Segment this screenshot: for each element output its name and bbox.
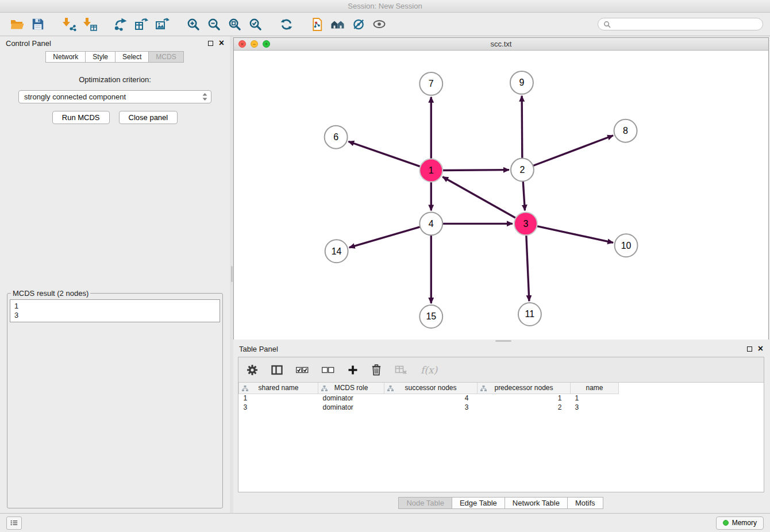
graph-node-3[interactable]: 3 — [514, 212, 537, 235]
zoom-in-button[interactable] — [183, 14, 203, 34]
tab-network-table[interactable]: Network Table — [505, 497, 568, 509]
tab-mcds[interactable]: MCDS — [148, 51, 183, 63]
graph-edge-1-2[interactable] — [442, 170, 509, 171]
cell-name: 1 — [571, 394, 619, 403]
network-from-document-button[interactable] — [307, 14, 328, 34]
network-window: scc.txt × − + 7968124314101511 — [233, 37, 769, 340]
mcds-result-list[interactable]: 1 3 — [10, 299, 220, 322]
maximize-window-icon[interactable]: + — [263, 40, 270, 48]
zoom-selected-button[interactable] — [245, 14, 265, 34]
graph-edge-4-14[interactable] — [349, 227, 420, 248]
network-analyzer-button[interactable] — [328, 14, 348, 34]
show-columns-button[interactable] — [271, 364, 283, 376]
search-input[interactable] — [614, 20, 757, 29]
table-row[interactable]: 3 dominator 3 2 3 — [239, 403, 764, 412]
import-network-from-file-button[interactable] — [59, 14, 79, 34]
export-image-icon — [155, 17, 170, 32]
float-panel-icon[interactable] — [208, 41, 213, 46]
close-panel-icon[interactable]: × — [219, 40, 224, 47]
show-graphics-details-button[interactable] — [369, 14, 390, 34]
tab-style[interactable]: Style — [85, 51, 116, 63]
svg-text:11: 11 — [525, 309, 535, 319]
column-header-mcds-role[interactable]: MCDS role — [318, 383, 384, 394]
tab-edge-table[interactable]: Edge Table — [452, 497, 505, 509]
column-header-shared-name[interactable]: shared name — [239, 383, 318, 394]
graph-node-7[interactable]: 7 — [419, 72, 442, 95]
graph-edge-1-6[interactable] — [348, 141, 420, 167]
column-header-successor-nodes[interactable]: successor nodes — [384, 383, 478, 394]
node-table-area: shared name MCDS role successor nodes — [238, 383, 764, 492]
graph-node-4[interactable]: 4 — [419, 212, 442, 235]
panel-splitter[interactable] — [230, 36, 233, 513]
svg-text:7: 7 — [429, 79, 434, 88]
svg-text:4: 4 — [429, 219, 434, 229]
open-file-button[interactable] — [7, 14, 28, 34]
select-stepper-icon — [202, 92, 208, 101]
graph-node-14[interactable]: 14 — [325, 240, 348, 263]
float-table-panel-icon[interactable] — [747, 346, 752, 352]
graph-node-11[interactable]: 11 — [518, 303, 541, 326]
select-all-button[interactable] — [296, 366, 309, 374]
zoom-out-button[interactable] — [203, 14, 224, 34]
zoom-out-icon — [207, 17, 221, 32]
tab-node-table[interactable]: Node Table — [398, 497, 452, 509]
close-panel-button[interactable]: Close panel — [119, 111, 178, 124]
tab-motifs[interactable]: Motifs — [567, 497, 603, 509]
cell-mcds-role: dominator — [318, 394, 384, 403]
gear-icon — [247, 364, 258, 376]
graph-node-15[interactable]: 15 — [419, 305, 442, 328]
graph-edge-2-3[interactable] — [523, 182, 525, 211]
svg-text:8: 8 — [623, 126, 628, 136]
save-session-button[interactable] — [28, 14, 48, 34]
zoom-fit-button[interactable] — [224, 14, 245, 34]
task-history-button[interactable] — [6, 516, 22, 530]
column-header-predecessor-nodes[interactable]: predecessor nodes — [478, 383, 571, 394]
graph-edge-2-9[interactable] — [522, 96, 522, 159]
criterion-select[interactable]: strongly connected component — [18, 90, 211, 103]
close-window-icon[interactable]: × — [238, 40, 246, 48]
tab-network[interactable]: Network — [45, 51, 86, 63]
table-settings-button[interactable] — [247, 364, 258, 376]
column-header-name[interactable]: name — [571, 383, 619, 394]
add-row-button[interactable] — [348, 365, 358, 375]
window-splitter[interactable] — [233, 340, 769, 342]
graph-edge-3-1[interactable] — [442, 177, 515, 218]
open-folder-icon — [10, 17, 25, 32]
paint-network-icon — [352, 17, 366, 32]
export-table-button[interactable] — [131, 14, 152, 34]
application-window: Session: New Session — [0, 0, 770, 532]
export-image-button[interactable] — [152, 14, 172, 34]
memory-button[interactable]: Memory — [716, 516, 764, 530]
deselect-all-button[interactable] — [322, 366, 334, 374]
table-row[interactable]: 1 dominator 4 1 1 — [239, 394, 764, 403]
svg-text:6: 6 — [333, 132, 338, 142]
network-canvas[interactable]: 7968124314101511 — [234, 51, 768, 340]
cell-predecessor-nodes: 1 — [478, 394, 571, 403]
select-all-icon — [296, 366, 309, 374]
graph-node-1[interactable]: 1 — [419, 159, 442, 182]
graph-node-6[interactable]: 6 — [325, 126, 348, 149]
control-panel-tabs: Network Style Select MCDS — [0, 51, 230, 63]
graph-node-9[interactable]: 9 — [510, 71, 533, 94]
graph-edge-3-10[interactable] — [537, 226, 613, 243]
tab-select[interactable]: Select — [115, 51, 149, 63]
node-table: shared name MCDS role successor nodes — [238, 383, 764, 412]
run-mcds-button[interactable]: Run MCDS — [52, 111, 110, 124]
paint-network-button[interactable] — [348, 14, 369, 34]
export-network-button[interactable] — [110, 14, 131, 34]
close-table-panel-icon[interactable]: × — [758, 345, 763, 352]
function-builder-button-disabled: f(x) — [421, 364, 437, 376]
import-table-from-file-button[interactable] — [79, 14, 100, 34]
main-area: Control Panel × Network Style Select MCD… — [0, 36, 770, 513]
svg-text:10: 10 — [621, 241, 632, 250]
graph-edge-2-8[interactable] — [533, 136, 613, 166]
graph-node-8[interactable]: 8 — [614, 119, 637, 142]
zoom-in-icon — [186, 17, 201, 32]
graph-node-2[interactable]: 2 — [511, 159, 534, 182]
refresh-view-button[interactable] — [276, 14, 297, 34]
graph-edge-3-11[interactable] — [526, 235, 529, 301]
graph-node-10[interactable]: 10 — [615, 234, 638, 257]
minimize-window-icon[interactable]: − — [251, 40, 258, 48]
delete-row-button[interactable] — [371, 364, 382, 376]
network-analyzer-houses-icon — [330, 17, 345, 31]
